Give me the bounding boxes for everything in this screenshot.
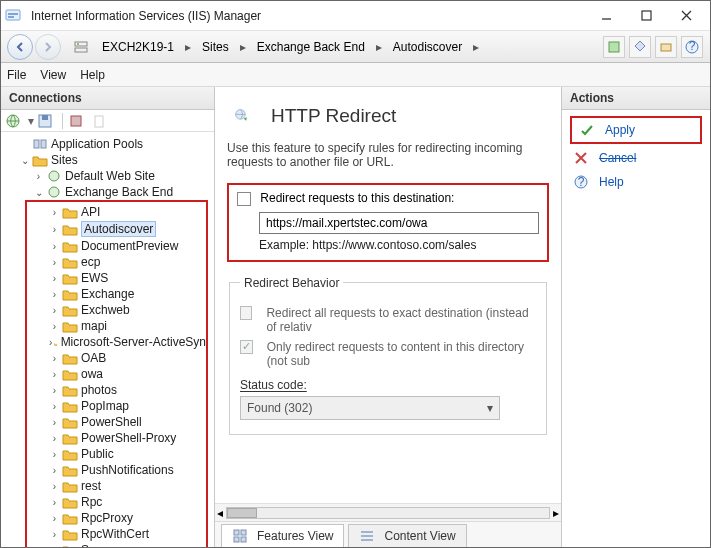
action-apply[interactable]: Apply <box>576 120 696 140</box>
tree-vdir[interactable]: ›PowerShell-Proxy <box>49 430 206 446</box>
svg-rect-14 <box>71 116 81 126</box>
server-icon <box>73 39 89 55</box>
expand-icon[interactable]: › <box>49 207 60 218</box>
scrollbar-thumb[interactable] <box>227 508 257 518</box>
tree-vdir[interactable]: ›ecp <box>49 254 206 270</box>
tree-vdir[interactable]: ›DocumentPreview <box>49 238 206 254</box>
menu-help[interactable]: Help <box>80 68 105 82</box>
expand-icon[interactable]: › <box>49 481 60 492</box>
horizontal-scrollbar[interactable]: ◂ ▸ <box>215 503 561 521</box>
svg-text:?: ? <box>689 40 696 53</box>
expand-icon[interactable]: › <box>49 321 60 332</box>
expand-icon[interactable]: › <box>49 513 60 524</box>
tree-vdir[interactable]: ›EWS <box>49 270 206 286</box>
nav-tool-1[interactable] <box>603 36 625 58</box>
tree-vdir[interactable]: ›Sync <box>49 542 206 547</box>
cancel-icon <box>573 150 589 166</box>
tree-vdir[interactable]: ›Exchange <box>49 286 206 302</box>
menu-view[interactable]: View <box>40 68 66 82</box>
tree-vdir[interactable]: ›Autodiscover <box>49 220 206 238</box>
expand-icon[interactable]: › <box>49 224 60 235</box>
expand-icon[interactable]: › <box>49 353 60 364</box>
tree-vdir[interactable]: ›PowerShell <box>49 414 206 430</box>
tab-content-view[interactable]: Content View <box>348 524 466 547</box>
scroll-right-icon[interactable]: ▸ <box>553 506 559 520</box>
breadcrumb-sites[interactable]: Sites <box>195 36 236 58</box>
apply-icon <box>579 122 595 138</box>
action-help[interactable]: ? Help <box>570 172 702 192</box>
tree-vdir[interactable]: ›PushNotifications <box>49 462 206 478</box>
breadcrumb-site[interactable]: Exchange Back End <box>250 36 372 58</box>
action-label: Cancel <box>599 151 636 165</box>
tree-vdir[interactable]: ›Exchweb <box>49 302 206 318</box>
nav-tool-2[interactable] <box>629 36 651 58</box>
scroll-left-icon[interactable]: ◂ <box>217 506 223 520</box>
breadcrumb-label: Sites <box>202 40 229 54</box>
menu-file[interactable]: File <box>7 68 26 82</box>
expand-icon[interactable]: › <box>49 433 60 444</box>
tree-vdir[interactable]: ›API <box>49 204 206 220</box>
expand-icon[interactable]: › <box>49 369 60 380</box>
page-description: Use this feature to specify rules for re… <box>227 141 549 169</box>
expand-icon[interactable]: › <box>49 305 60 316</box>
destination-input[interactable]: https://mail.xpertstec.com/owa <box>259 212 539 234</box>
tree-vdir[interactable]: ›Public <box>49 446 206 462</box>
tree-vdir[interactable]: ›RpcProxy <box>49 510 206 526</box>
tree-sites[interactable]: ⌄Sites <box>19 152 212 168</box>
expand-icon[interactable]: › <box>49 465 60 476</box>
tree-vdir[interactable]: ›RpcWithCert <box>49 526 206 542</box>
tree-vdir[interactable]: ›OAB <box>49 350 206 366</box>
folder-icon <box>62 431 78 445</box>
exact-checkbox[interactable] <box>240 306 252 320</box>
expand-icon[interactable]: › <box>49 289 60 300</box>
action-cancel[interactable]: Cancel <box>570 148 702 168</box>
breadcrumb-server[interactable]: EXCH2K19-1 <box>95 36 181 58</box>
expand-icon[interactable]: › <box>49 385 60 396</box>
breadcrumb-vdir[interactable]: Autodiscover <box>386 36 469 58</box>
dropdown-chevron-icon[interactable]: ▾ <box>28 114 34 128</box>
tree-vdir[interactable]: ›Microsoft-Server-ActiveSyn <box>49 334 206 350</box>
svg-rect-15 <box>95 116 103 127</box>
expand-icon[interactable]: › <box>49 241 60 252</box>
behavior-legend: Redirect Behavior <box>240 276 343 290</box>
expand-icon[interactable]: › <box>49 273 60 284</box>
expand-icon[interactable]: › <box>49 337 52 348</box>
maximize-button[interactable] <box>626 3 666 29</box>
tree-vdir[interactable]: ›rest <box>49 478 206 494</box>
expand-icon[interactable]: › <box>49 449 60 460</box>
close-button[interactable] <box>666 3 706 29</box>
expand-icon[interactable]: › <box>49 257 60 268</box>
stop-icon[interactable] <box>68 113 84 129</box>
nav-help-button[interactable]: ? <box>681 36 703 58</box>
tree-app-pools[interactable]: Application Pools <box>19 136 212 152</box>
expand-icon[interactable]: › <box>49 545 60 548</box>
nav-forward-button[interactable] <box>35 34 61 60</box>
tree-vdir[interactable]: ›Rpc <box>49 494 206 510</box>
svg-rect-7 <box>609 42 619 52</box>
nav-back-button[interactable] <box>7 34 33 60</box>
destination-value: https://mail.xpertstec.com/owa <box>266 216 427 230</box>
globe-icon[interactable] <box>5 113 21 129</box>
tree-exchange-back-end[interactable]: ⌄Exchange Back End <box>33 184 212 200</box>
minimize-button[interactable] <box>586 3 626 29</box>
svg-rect-1 <box>8 13 18 15</box>
tree-vdir[interactable]: ›PopImap <box>49 398 206 414</box>
scrollbar-track[interactable] <box>226 507 550 519</box>
tab-features-view[interactable]: Features View <box>221 524 344 547</box>
save-icon[interactable] <box>37 113 53 129</box>
only-directory-checkbox[interactable] <box>240 340 253 354</box>
expand-icon[interactable]: › <box>49 401 60 412</box>
expand-icon[interactable]: › <box>49 417 60 428</box>
connections-tree[interactable]: Application Pools ⌄Sites ›Default Web Si… <box>1 132 214 547</box>
expand-icon[interactable]: › <box>49 497 60 508</box>
status-code-combo[interactable]: Found (302) ▾ <box>240 396 500 420</box>
svg-rect-17 <box>41 140 46 148</box>
navbar: EXCH2K19-1▸ Sites▸ Exchange Back End▸ Au… <box>1 31 710 63</box>
redirect-checkbox[interactable]: Redirect requests to this destination: <box>237 191 454 205</box>
tree-vdir[interactable]: ›owa <box>49 366 206 382</box>
tree-default-site[interactable]: ›Default Web Site <box>33 168 212 184</box>
tree-vdir[interactable]: ›photos <box>49 382 206 398</box>
nav-tool-3[interactable] <box>655 36 677 58</box>
expand-icon[interactable]: › <box>49 529 60 540</box>
tree-vdir[interactable]: ›mapi <box>49 318 206 334</box>
